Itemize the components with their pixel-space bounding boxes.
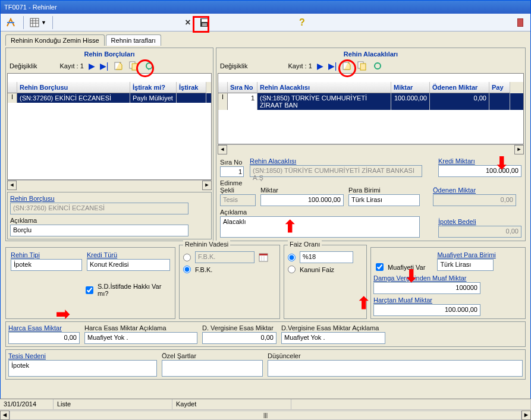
muaf-para-input[interactable]: Türk Lirası <box>437 259 494 271</box>
svg-point-14 <box>146 63 152 69</box>
alacaklilar-action-icon[interactable] <box>372 61 383 71</box>
odenen-miktar-input: 0,00 <box>433 194 516 206</box>
borclu-detail-label[interactable]: Rehin Borçlusu <box>10 195 209 202</box>
faiz-18-input[interactable]: %18 <box>300 251 353 263</box>
alacaklilar-cell-sira[interactable]: 1 <box>228 93 257 110</box>
status-date: 31/01/2014 <box>0 399 54 409</box>
tesis-nedeni-label[interactable]: Tesis Nedeni <box>8 352 157 359</box>
alacaklilar-nav-last-icon[interactable]: ▶| <box>328 61 337 71</box>
dverg-label: D. Vergisine Esas Miktar <box>202 324 277 331</box>
panel-borclular: Rehin Borçluları Değişiklik Kayıt : 1 ▶ … <box>5 48 213 241</box>
tab-rehin-taraflari[interactable]: Rehnin tarafları <box>106 34 161 46</box>
alacakli-detail-label[interactable]: Rehin Alacaklısı <box>250 157 433 165</box>
rehin-tipi-input[interactable]: İpotek <box>11 259 82 271</box>
borclular-col-istirak2: İştirak <box>177 82 206 93</box>
borclu-aciklama-input[interactable]: Borçlu <box>10 225 188 236</box>
muaf-para-label[interactable]: Muafiyet Para Birimi <box>437 251 495 258</box>
save-icon[interactable] <box>198 16 211 29</box>
harca-esas-label[interactable]: Harca Esas Miktar <box>8 324 80 331</box>
harca-acik-input[interactable]: Muafiyet Yok . <box>84 332 197 344</box>
faiz-kanuni-radio[interactable] <box>288 266 296 273</box>
svg-rect-1 <box>30 18 39 27</box>
odenen-miktar-label[interactable]: Ödenen Miktar <box>433 187 516 194</box>
table-row[interactable]: I (SN:37260) EKİNCİ ECZANESİ Paylı Mülki… <box>8 93 211 103</box>
kredi-turu-label[interactable]: Kredi Türü <box>87 251 170 258</box>
kredi-turu-input[interactable]: Konut Kredisi <box>87 259 170 271</box>
dverg-acik-input[interactable]: Muafiyet Yok . <box>281 332 385 344</box>
borclular-new-record-icon[interactable] <box>113 61 124 71</box>
harctan-label[interactable]: Harçtan Muaf Miktar <box>373 296 523 304</box>
vade-fbk1-input: F.B.K. <box>195 251 254 263</box>
damga-input[interactable]: 100000 <box>373 282 480 294</box>
harca-esas-input[interactable]: 0,00 <box>8 332 80 344</box>
help-icon[interactable]: ? <box>296 16 309 29</box>
statusbar: 31/01/2014 Liste Kaydet ◄ ||| ► <box>0 399 531 420</box>
borclular-degisiklik-label: Değişiklik <box>10 62 37 70</box>
dusunceler-input[interactable] <box>268 360 523 377</box>
para-birimi-input[interactable]: Türk Lirası <box>348 194 420 206</box>
alacaklilar-copy-icon[interactable] <box>357 61 367 71</box>
borclular-col-borclu: Rehin Borçlusu <box>17 82 130 93</box>
borclular-action-icon[interactable] <box>144 61 155 71</box>
rehin-tipi-label[interactable]: Rehin Tipi <box>11 251 82 258</box>
alacaklilar-col-odenen: Ödenen Miktar <box>430 82 489 93</box>
exit-icon[interactable] <box>514 16 527 29</box>
panel-alacaklilar: Rehin Alacaklıları Değişiklik Kayıt : 1 … <box>216 48 526 241</box>
alacaklilar-col-alacakli: Rehin Alacaklısı <box>257 82 391 93</box>
vade-radio-1[interactable] <box>183 254 191 261</box>
vade-radio-2[interactable] <box>183 266 191 273</box>
panel-borclular-title: Rehin Borçluları <box>7 49 212 59</box>
edinme-input: Tesis <box>220 194 256 206</box>
alacakli-aciklama-input[interactable] <box>220 216 420 238</box>
alacaklilar-degisiklik-label: Değişiklik <box>220 62 247 70</box>
status-scroll-left-icon[interactable]: ◄ <box>0 410 10 420</box>
grid-dropdown-button[interactable]: ▼ <box>30 18 46 27</box>
window-titlebar: TF0071 - Rehinler <box>1 1 530 14</box>
dusunceler-label: Düşünceler <box>268 352 523 359</box>
table-row[interactable]: I 1 (SN:1850) TÜRKİYE CUMHURİYETİ ZİRAAT… <box>218 93 523 110</box>
ipotek-bedeli-input: 0,00 <box>438 226 521 238</box>
muafiyeti-var-checkbox[interactable] <box>376 263 384 271</box>
damga-label[interactable]: Damga Vergisinden Muaf Miktar <box>373 274 523 282</box>
toolbar: ▼ × ? <box>1 14 530 31</box>
kredi-miktari-label[interactable]: Kredi Miktarı <box>438 157 521 165</box>
borclular-grid[interactable]: Rehin Borçlusu İştirak mi? İştirak I (SN… <box>7 73 212 180</box>
ozel-sartlar-label: Özel Şartlar <box>162 352 263 359</box>
alacaklilar-nav-next-icon[interactable]: ▶ <box>317 61 323 71</box>
sira-no-label: Sıra No <box>220 159 245 166</box>
sd-istifade-checkbox[interactable] <box>86 286 93 294</box>
sd-istifade-label: S.D.İstifade Hakkı Var mı? <box>98 283 172 297</box>
borclular-nav-last-icon[interactable]: ▶| <box>100 61 109 71</box>
faiz-kanuni-label: Kanuni Faiz <box>300 266 334 273</box>
borclular-copy-icon[interactable] <box>128 61 139 71</box>
kredi-miktari-input[interactable]: 100.000,00 <box>438 165 521 177</box>
alacaklilar-col-miktar: Miktar <box>391 82 430 93</box>
close-icon[interactable]: × <box>181 16 194 29</box>
alacaklilar-hscroll[interactable]: ◄► <box>218 144 524 154</box>
dverg-input[interactable]: 0,00 <box>202 332 277 344</box>
alacakli-detail-input: (SN:1850) TÜRKİYE CUMHURİYETİ ZİRAAT BAN… <box>250 165 422 177</box>
para-birimi-label: Para Birimi <box>348 187 420 194</box>
tab-zemin-hisse[interactable]: Rehinin Konduğu Zemin Hisse <box>5 34 105 46</box>
ipotek-bedeli-label[interactable]: İpotek Bedeli <box>438 218 521 225</box>
harctan-input[interactable]: 100.000,00 <box>373 304 480 316</box>
alacaklilar-col-sira: Sıra No <box>228 82 257 93</box>
ozel-sartlar-input[interactable] <box>162 360 263 377</box>
edinme-label: Edinme Şekli <box>220 179 256 194</box>
alacaklilar-cell-alacakli: (SN:1850) TÜRKİYE CUMHURİYETİ ZİRAAT BAN <box>257 93 391 110</box>
borclular-nav-next-icon[interactable]: ▶ <box>89 61 95 71</box>
app-logo-icon <box>4 16 17 29</box>
alacaklilar-grid[interactable]: Sıra No Rehin Alacaklısı Miktar Ödenen M… <box>218 73 524 144</box>
alacaklilar-new-record-icon[interactable] <box>341 61 352 71</box>
svg-point-18 <box>375 63 381 69</box>
calendar-icon[interactable] <box>259 252 268 262</box>
sira-no-input[interactable] <box>220 166 244 177</box>
svg-rect-8 <box>202 23 207 26</box>
borclular-col-istirak: İştirak mi? <box>130 82 177 93</box>
borclular-hscroll[interactable]: ◄► <box>7 180 212 190</box>
tesis-nedeni-input[interactable]: İpotek <box>8 360 157 377</box>
status-scroll-right-icon[interactable]: ► <box>521 410 531 420</box>
status-liste: Liste <box>54 399 172 409</box>
miktar-input[interactable]: 100.000,00 <box>260 194 344 206</box>
faiz-18-radio[interactable] <box>288 254 296 261</box>
